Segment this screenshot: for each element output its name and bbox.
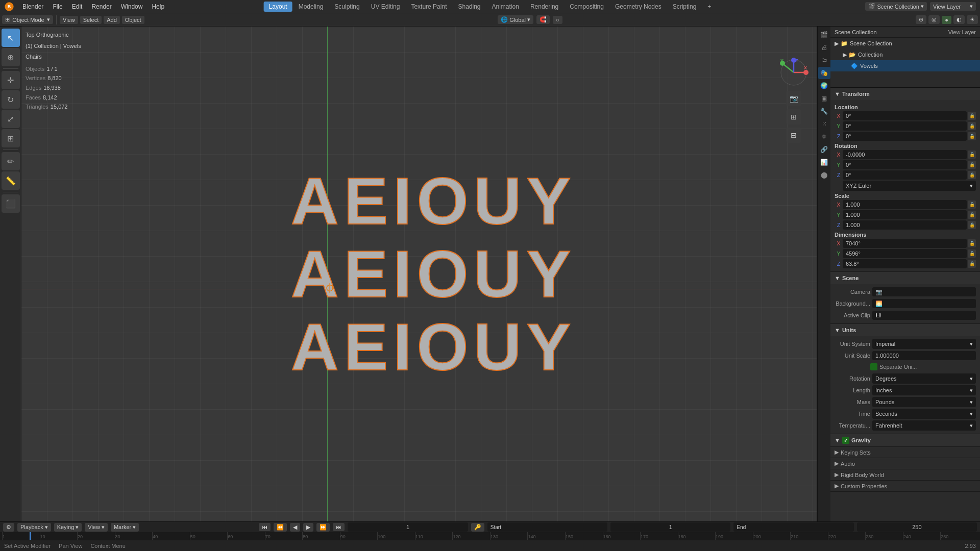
menu-edit[interactable]: Edit [68,2,87,11]
camera-field[interactable]: 📷 [872,287,976,296]
shading-rendered-btn[interactable]: ☀ [967,15,978,24]
snap-btn[interactable]: 🧲 [536,15,550,24]
scale-x-field[interactable]: 1.000 [843,200,967,209]
audio-section[interactable]: ▶ Audio [830,458,980,469]
overlay-btn[interactable]: ⊛ [916,15,926,24]
viewport[interactable]: Top Orthographic (1) Collection | Vowels… [21,27,817,521]
view-btn[interactable]: View [60,16,78,24]
menu-file[interactable]: File [48,2,66,11]
add-btn[interactable]: Add [104,16,120,24]
rotation-units-dropdown[interactable]: Degrees ▾ [872,373,976,384]
next-keyframe-btn[interactable]: ⏩ [316,523,330,532]
tab-modeling[interactable]: Modeling [293,2,329,12]
dim-z-field[interactable]: 63.8° [843,259,967,268]
select-tool-btn[interactable]: ↖ [2,29,20,47]
tab-shading[interactable]: Shading [453,2,485,12]
tab-geometry-nodes[interactable]: Geometry Nodes [610,2,667,12]
props-icon-world[interactable]: 🌍 [818,80,830,92]
gravity-header[interactable]: ▼ ✓ Gravity [830,434,980,446]
menu-blender[interactable]: Blender [18,2,47,11]
unit-scale-field[interactable]: 1.000000 [872,351,976,360]
loc-z-lock[interactable]: 🔒 [968,132,976,140]
scale-y-lock[interactable]: 🔒 [968,211,976,219]
tab-layout[interactable]: Layout [264,2,292,12]
rot-x-lock[interactable]: 🔒 [968,151,976,159]
current-frame-field[interactable]: 1 [348,522,468,532]
transform-tool-btn[interactable]: ⊞ [2,129,20,147]
rotate-tool-btn[interactable]: ↻ [2,90,20,109]
rot-z-field[interactable]: 0° [843,170,967,180]
select-btn[interactable]: Select [80,16,102,24]
tab-sculpting[interactable]: Sculpting [329,2,364,12]
custom-properties-section[interactable]: ▶ Custom Properties [830,481,980,492]
scale-y-field[interactable]: 1.000 [843,210,967,219]
play-btn[interactable]: ▶ [303,523,313,532]
props-icon-object[interactable]: ▣ [818,92,830,105]
tab-animation[interactable]: Animation [487,2,524,12]
props-icon-view-layer[interactable]: 🗂 [818,54,830,66]
loc-x-field[interactable]: 0° [843,111,967,120]
menu-window[interactable]: Window [117,2,147,11]
rot-mode-dropdown[interactable]: XYZ Euler ▾ [843,181,976,191]
jump-end-btn[interactable]: ⏭ [333,523,345,531]
proportional-edit-btn[interactable]: ○ [553,16,562,24]
dim-y-lock[interactable]: 🔒 [968,249,976,258]
timeline-scrubber[interactable]: 1 10 20 30 40 50 60 70 80 90 100 110 120… [0,532,980,540]
keying-btn[interactable]: Keying ▾ [54,523,82,532]
end-frame-field[interactable]: 250 [857,522,977,532]
loc-y-field[interactable]: 0° [843,121,967,131]
start-frame-field[interactable]: 1 [610,522,730,532]
scene-selector[interactable]: 🎬 Scene Collection ▾ [865,2,927,11]
rot-z-lock[interactable]: 🔒 [968,171,976,179]
move-tool-btn[interactable]: ✛ [2,71,20,89]
tab-uv-editing[interactable]: UV Editing [366,2,405,12]
outliner-row-vowels[interactable]: 🔷 Vowels [830,60,980,71]
scale-x-lock[interactable]: 🔒 [968,201,976,209]
props-icon-material[interactable]: ⬤ [818,169,830,181]
scene-header[interactable]: ▼ Scene [830,272,980,284]
props-icon-particles[interactable]: ⁙ [818,118,830,130]
orbit-gizmo[interactable]: X Y Z [778,57,809,88]
view-layer-selector[interactable]: View Layer ▾ [930,2,976,11]
props-icon-output[interactable]: 🖨 [818,41,830,54]
background-field[interactable]: 🌅 [872,299,976,308]
view-grid-btn[interactable]: ⊞ [786,109,801,124]
jump-start-btn[interactable]: ⏮ [259,523,271,531]
app-logo[interactable]: B [4,2,14,12]
props-icon-scene[interactable]: 🎭 [818,67,830,79]
zoom-camera-btn[interactable]: 📷 [786,91,801,106]
outliner-row-collection[interactable]: ▶ 📂 Collection [830,49,980,60]
tab-texture-paint[interactable]: Texture Paint [406,2,452,12]
keyframe-indicator[interactable]: 🔑 [471,523,484,532]
temperature-dropdown[interactable]: Fahrenheit ▾ [872,420,976,431]
dim-z-lock[interactable]: 🔒 [968,260,976,268]
cursor-tool-btn[interactable]: ⊕ [2,48,20,66]
shading-solid-btn[interactable]: ● [942,16,951,24]
props-icon-render[interactable]: 🎬 [818,29,830,41]
keying-sets-section[interactable]: ▶ Keying Sets [830,447,980,458]
props-icon-modifiers[interactable]: 🔧 [818,105,830,117]
props-icon-physics[interactable]: ⚛ [818,131,830,143]
mode-selector[interactable]: ⊞ Object Mode ▾ [2,15,53,24]
unit-system-dropdown[interactable]: Imperial ▾ [872,339,976,349]
length-dropdown[interactable]: Inches ▾ [872,385,976,395]
measure-tool-btn[interactable]: 📏 [2,171,20,190]
separate-units-checkbox[interactable] [870,363,877,370]
time-dropdown[interactable]: Seconds ▾ [872,409,976,419]
active-clip-field[interactable]: 🎞 [872,311,976,320]
play-reverse-btn[interactable]: ◀ [290,523,300,532]
shading-material-btn[interactable]: ◐ [953,15,965,24]
transform-header[interactable]: ▼ Transform [830,88,980,100]
tab-add[interactable]: + [702,2,716,12]
add-cube-tool-btn[interactable]: ⬛ [2,194,20,213]
tab-rendering[interactable]: Rendering [525,2,564,12]
props-icon-constraints[interactable]: 🔗 [818,143,830,156]
timeline-view-btn[interactable]: View ▾ [85,523,108,532]
scale-z-field[interactable]: 1.000 [843,220,967,230]
gravity-checkbox[interactable]: ✓ [842,437,849,444]
mass-dropdown[interactable]: Pounds ▾ [872,397,976,407]
marker-btn[interactable]: Marker ▾ [111,523,139,532]
rot-y-field[interactable]: 0° [843,160,967,169]
tab-compositing[interactable]: Compositing [565,2,609,12]
scale-tool-btn[interactable]: ⤢ [2,110,20,128]
